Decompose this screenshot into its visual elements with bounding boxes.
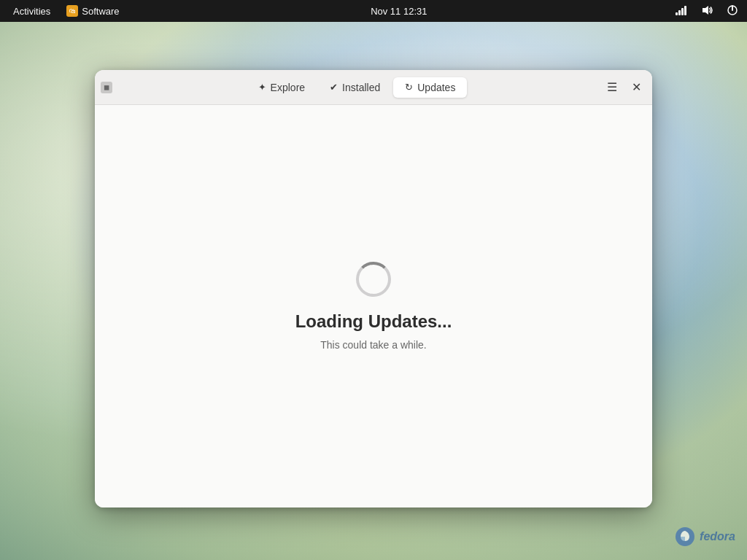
nav-tabs: ✦ Explore ✔ Installed ↻ Updates: [115, 77, 598, 98]
fedora-icon: [675, 526, 695, 547]
tab-updates-label: Updates: [417, 82, 455, 93]
tab-installed-label: Installed: [342, 82, 380, 93]
topbar-datetime: Nov 11 12:31: [371, 6, 427, 17]
loading-spinner: [356, 262, 391, 297]
software-app-label: 🛍 Software: [61, 4, 125, 18]
explore-icon: ✦: [258, 82, 266, 93]
fedora-label: fedora: [700, 530, 735, 543]
close-button[interactable]: ✕: [626, 77, 646, 98]
tab-explore[interactable]: ✦ Explore: [247, 77, 317, 98]
topbar: Activities 🛍 Software Nov 11 12:31: [0, 0, 747, 22]
fedora-logo: fedora: [675, 526, 735, 547]
svg-marker-4: [703, 6, 708, 15]
svg-rect-3: [684, 6, 686, 15]
software-app-name: Software: [82, 6, 119, 17]
svg-rect-1: [678, 10, 681, 15]
topbar-left: Activities 🛍 Software: [6, 4, 125, 18]
svg-rect-0: [676, 12, 678, 15]
volume-icon[interactable]: [699, 4, 716, 19]
tab-installed[interactable]: ✔ Installed: [318, 77, 392, 98]
topbar-right: [673, 3, 741, 20]
updates-icon: ↻: [405, 82, 413, 93]
network-icon[interactable]: [673, 4, 692, 19]
svg-rect-2: [681, 8, 684, 15]
desktop: Activities 🛍 Software Nov 11 12:31: [0, 0, 747, 560]
content-area: Loading Updates... This could take a whi…: [95, 105, 652, 508]
power-icon[interactable]: [724, 3, 741, 20]
loading-subtitle: This could take a while.: [320, 339, 427, 351]
menu-button[interactable]: ☰: [601, 77, 623, 98]
titlebar-actions: ☰ ✕: [601, 77, 646, 98]
app-window: ◼ ✦ Explore ✔ Installed ↻ Updates: [95, 70, 652, 508]
software-app-icon: 🛍: [66, 5, 78, 17]
loading-title: Loading Updates...: [295, 311, 452, 332]
activities-button[interactable]: Activities: [6, 4, 58, 18]
tab-updates[interactable]: ↻ Updates: [393, 77, 467, 98]
window-minimize-button[interactable]: ◼: [101, 82, 112, 93]
titlebar: ◼ ✦ Explore ✔ Installed ↻ Updates: [95, 70, 652, 105]
installed-icon: ✔: [330, 82, 338, 93]
tab-explore-label: Explore: [271, 82, 305, 93]
